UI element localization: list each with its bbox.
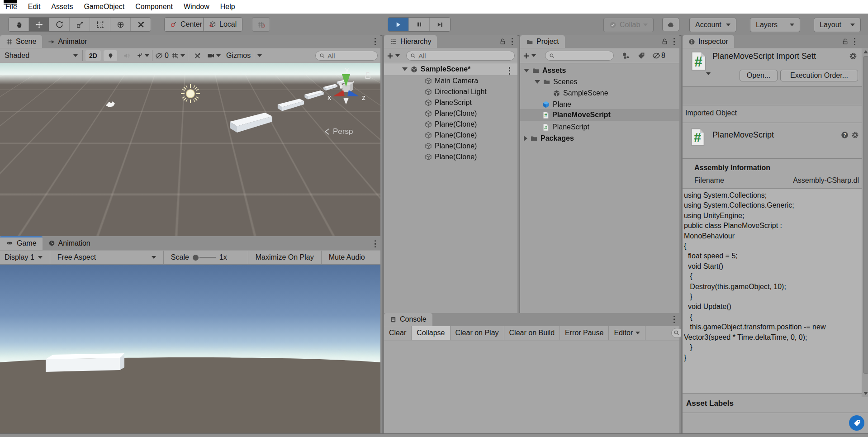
move-tool-button[interactable] — [29, 18, 49, 31]
aspect-dropdown[interactable]: Free Aspect — [53, 251, 161, 264]
console-error-pause-toggle[interactable]: Error Pause — [560, 326, 609, 340]
tab-hierarchy[interactable]: Hierarchy — [384, 35, 437, 48]
menu-help[interactable]: Help — [215, 0, 241, 14]
expand-arrow-icon[interactable] — [524, 136, 527, 141]
console-clear-on-build-toggle[interactable]: Clear on Build — [504, 326, 560, 340]
open-script-button[interactable]: Open... — [740, 70, 778, 81]
display-dropdown[interactable]: Display 1 — [0, 251, 47, 264]
hierarchy-lock-icon[interactable] — [499, 38, 506, 45]
scene-tools-toggle[interactable] — [191, 52, 204, 59]
project-tree-samplescene[interactable]: SampleScene — [553, 88, 608, 99]
console-collapse-toggle[interactable]: Collapse — [412, 326, 450, 340]
scene-effects-toggle[interactable] — [136, 52, 149, 59]
cloud-button[interactable] — [662, 18, 679, 31]
hierarchy-item[interactable]: PlaneScript — [425, 97, 472, 108]
mute-audio-toggle[interactable]: Mute Audio — [324, 251, 370, 264]
account-dropdown[interactable]: Account — [689, 18, 736, 32]
project-search-input[interactable] — [557, 52, 610, 60]
hierarchy-root-row[interactable]: SampleScene* — [384, 63, 517, 75]
hierarchy-menu-icon[interactable] — [511, 37, 514, 47]
hierarchy-item[interactable]: Plane(Clone) — [425, 108, 477, 119]
scale-slider-knob[interactable] — [193, 255, 199, 261]
hierarchy-item[interactable]: Plane(Clone) — [425, 119, 477, 130]
menu-component[interactable]: Component — [130, 0, 178, 14]
tab-console[interactable]: Console — [384, 313, 432, 326]
help-icon[interactable]: ? — [841, 131, 849, 139]
console-log-area[interactable] — [384, 341, 679, 433]
rect-tool-button[interactable] — [90, 18, 110, 31]
console-editor-dropdown[interactable]: Editor — [609, 326, 645, 340]
shading-mode-dropdown[interactable]: Shaded — [3, 52, 80, 60]
inspector-scrollbar[interactable] — [862, 48, 868, 397]
toggle-2d-button[interactable]: 2D — [85, 50, 101, 61]
scale-slider-track[interactable] — [199, 257, 216, 258]
console-clear-button[interactable]: Clear — [384, 326, 412, 340]
step-button[interactable] — [430, 18, 450, 31]
tab-animator[interactable]: Animator — [42, 35, 93, 48]
scroll-down-icon[interactable] — [863, 392, 868, 395]
layout-dropdown[interactable]: Layout — [814, 18, 861, 32]
settings-gear-icon[interactable] — [851, 131, 859, 139]
menu-window[interactable]: Window — [178, 0, 215, 14]
project-tree-assets[interactable]: Assets — [524, 65, 566, 76]
hidden-objects-toggle[interactable]: 0 — [155, 52, 169, 60]
scene-camera-dropdown[interactable] — [207, 52, 221, 59]
project-lock-icon[interactable] — [661, 38, 668, 45]
custom-tool-button[interactable] — [131, 18, 151, 31]
pivot-center-button[interactable]: Center — [164, 17, 208, 32]
inspector-lock-icon[interactable] — [842, 38, 849, 45]
game-viewport[interactable] — [0, 265, 380, 433]
collapse-arrow-icon[interactable] — [524, 69, 529, 72]
tab-scene[interactable]: Scene — [0, 35, 42, 48]
axis-gizmo[interactable]: y x z — [322, 66, 370, 114]
menu-gameobject[interactable]: GameObject — [78, 0, 130, 14]
project-create-button[interactable] — [523, 52, 536, 59]
pause-button[interactable] — [409, 18, 430, 31]
rotation-local-button[interactable]: Local — [203, 17, 242, 32]
menu-assets[interactable]: Assets — [46, 0, 78, 14]
scene-viewport[interactable]: y x z Persp — [0, 63, 380, 236]
search-by-type-button[interactable] — [622, 52, 630, 60]
collapse-arrow-icon[interactable] — [402, 67, 408, 71]
scroll-up-icon[interactable] — [863, 50, 868, 53]
maximize-on-play-toggle[interactable]: Maximize On Play — [251, 251, 318, 264]
rotate-tool-button[interactable] — [49, 18, 70, 31]
hierarchy-search-input[interactable] — [418, 52, 511, 60]
hidden-packages-toggle[interactable]: 8 — [652, 52, 665, 60]
scene-search-input[interactable] — [327, 52, 374, 60]
search-by-label-button[interactable] — [637, 52, 645, 60]
scene-lighting-toggle[interactable] — [104, 50, 117, 61]
menu-edit[interactable]: Edit — [23, 0, 46, 14]
settings-gear-icon[interactable] — [849, 52, 857, 60]
hierarchy-create-button[interactable] — [387, 52, 400, 59]
console-clear-on-play-toggle[interactable]: Clear on Play — [451, 326, 504, 340]
asset-labels-tag-button[interactable] — [849, 415, 864, 431]
hierarchy-item[interactable]: Plane(Clone) — [425, 152, 477, 162]
transform-tool-button[interactable] — [110, 18, 131, 31]
layers-dropdown[interactable]: Layers — [750, 18, 800, 32]
scrollbar-thumb[interactable] — [863, 56, 868, 374]
hierarchy-item[interactable]: Main Camera — [425, 76, 478, 86]
tab-animation[interactable]: Animation — [43, 236, 96, 250]
scale-tool-button[interactable] — [70, 18, 90, 31]
project-tree-plane[interactable]: Plane — [542, 99, 571, 110]
scene-root-menu-icon[interactable] — [508, 66, 512, 76]
game-panel-menu-icon[interactable] — [374, 239, 377, 249]
hierarchy-item[interactable]: Directional Light — [425, 86, 487, 97]
scene-lock-icon[interactable] — [364, 71, 372, 80]
tab-game[interactable]: Game — [0, 236, 43, 250]
perspective-indicator[interactable]: Persp — [324, 127, 353, 136]
gizmos-dropdown[interactable]: Gizmos — [223, 52, 265, 60]
console-menu-icon[interactable] — [673, 315, 676, 324]
project-tree-planescript[interactable]: PlaneScript — [542, 122, 589, 133]
grid-snap-button[interactable] — [252, 17, 270, 32]
collapse-arrow-icon[interactable] — [535, 80, 540, 84]
inspector-menu-icon[interactable] — [853, 37, 857, 47]
tab-project[interactable]: Project — [520, 35, 565, 48]
project-tree-packages[interactable]: Packages — [524, 133, 574, 144]
project-tree-scenes[interactable]: Scenes — [535, 76, 577, 87]
hand-tool-button[interactable] — [9, 18, 29, 31]
tab-inspector[interactable]: Inspector — [683, 35, 734, 48]
collab-button[interactable]: Collab — [603, 18, 654, 32]
asset-thumb-dropdown-icon[interactable] — [706, 72, 711, 75]
